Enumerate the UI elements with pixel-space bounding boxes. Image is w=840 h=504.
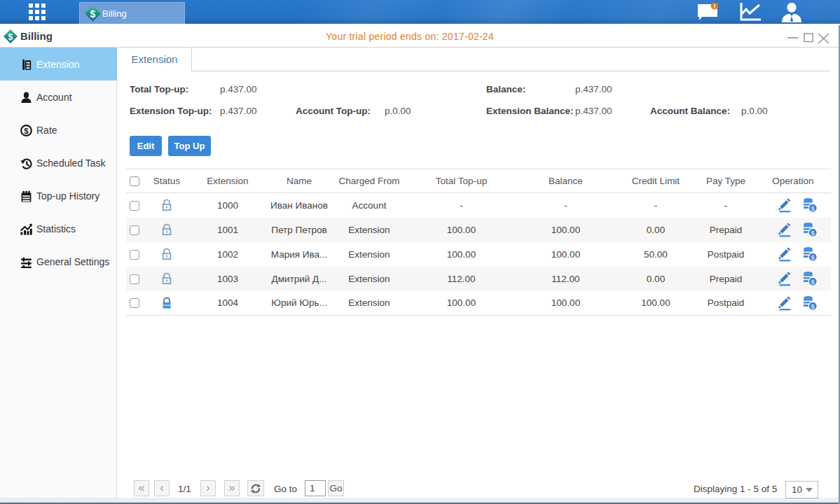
svg-text:$: $ <box>811 204 815 212</box>
svg-text:$: $ <box>24 126 29 134</box>
svg-text:$: $ <box>811 229 815 237</box>
svg-text:$: $ <box>90 8 96 20</box>
svg-text:!: ! <box>714 3 716 10</box>
svg-text:$: $ <box>811 278 815 286</box>
svg-text:$: $ <box>811 302 815 310</box>
svg-text:$: $ <box>811 253 815 261</box>
